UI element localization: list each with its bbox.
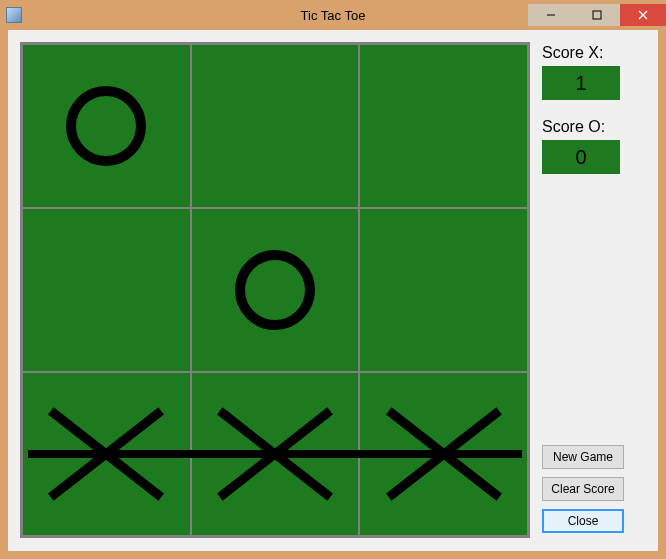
o-icon <box>235 250 315 330</box>
cell-1-1[interactable] <box>191 208 360 372</box>
score-x-value: 1 <box>542 66 620 100</box>
window-titlebar: Tic Tac Toe <box>0 0 666 30</box>
window-close-button[interactable] <box>620 4 666 26</box>
cell-1-2[interactable] <box>359 208 528 372</box>
winning-line <box>28 450 522 458</box>
minimize-icon <box>546 10 556 20</box>
cell-0-0[interactable] <box>22 44 191 208</box>
cell-0-1[interactable] <box>191 44 360 208</box>
clear-score-button[interactable]: Clear Score <box>542 477 624 501</box>
window-frame: Score X: 1 Score O: 0 New Game Clear Sco… <box>0 30 666 559</box>
window-maximize-button[interactable] <box>574 4 620 26</box>
o-icon <box>66 86 146 166</box>
app-icon <box>6 7 22 23</box>
side-panel: Score X: 1 Score O: 0 New Game Clear Sco… <box>542 30 658 551</box>
game-board <box>20 42 530 538</box>
svg-rect-1 <box>593 11 601 19</box>
window-minimize-button[interactable] <box>528 4 574 26</box>
close-button[interactable]: Close <box>542 509 624 533</box>
maximize-icon <box>592 10 602 20</box>
score-o-value: 0 <box>542 140 620 174</box>
score-x-label: Score X: <box>542 44 646 62</box>
score-o-label: Score O: <box>542 118 646 136</box>
new-game-button[interactable]: New Game <box>542 445 624 469</box>
cell-0-2[interactable] <box>359 44 528 208</box>
close-icon <box>638 10 648 20</box>
cell-1-0[interactable] <box>22 208 191 372</box>
client-area: Score X: 1 Score O: 0 New Game Clear Sco… <box>8 30 658 551</box>
